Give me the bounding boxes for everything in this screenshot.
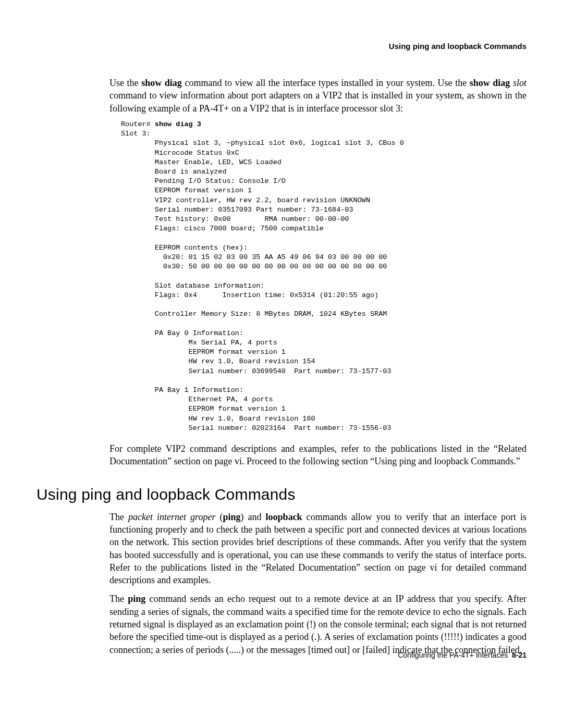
header-title: Using ping and loopback Commands — [389, 42, 527, 51]
document-page: Using ping and loopback Commands Use the… — [0, 0, 563, 685]
section-para-1: The packet internet groper (ping) and lo… — [109, 511, 527, 587]
footer-text: Configuring the PA-4T+ Interfaces — [398, 651, 508, 659]
section-para-2: The ping command sends an echo request o… — [109, 593, 527, 656]
closing-paragraph: For complete VIP2 command descriptions a… — [109, 442, 527, 468]
page-footer: Configuring the PA-4T+ Interfaces 8-21 — [398, 651, 527, 659]
content-block: Use the show diag command to view all th… — [109, 77, 527, 468]
code-output: Router# show diag 3 Slot 3: Physical slo… — [109, 120, 527, 433]
section-heading: Using ping and loopback Commands — [36, 486, 527, 503]
page-header: Using ping and loopback Commands — [36, 42, 527, 51]
intro-paragraph: Use the show diag command to view all th… — [109, 77, 527, 115]
page-number: 8-21 — [512, 651, 527, 659]
section-content: The packet internet groper (ping) and lo… — [109, 511, 527, 656]
